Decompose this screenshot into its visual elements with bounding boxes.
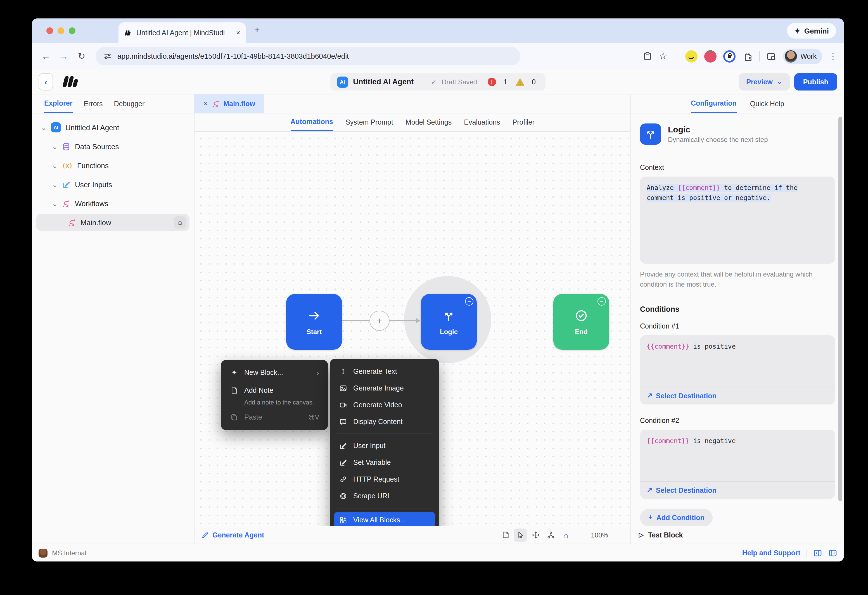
zoom-in-button[interactable] xyxy=(611,528,625,542)
database-icon xyxy=(62,142,71,150)
bookmark-star-icon[interactable]: ☆ xyxy=(659,52,668,61)
menu-item-generate-video[interactable]: Generate Video xyxy=(334,397,435,414)
fullscreen-window-button[interactable] xyxy=(69,27,75,34)
file-tab-main-flow[interactable]: × Main.flow xyxy=(195,94,264,113)
tab-explorer[interactable]: Explorer xyxy=(44,94,72,113)
menu-item-user-input[interactable]: User Input xyxy=(334,437,435,454)
explorer-tree: ⌄ AI Untitled AI Agent ⌄ Data Sources ⌄ … xyxy=(32,113,194,231)
extension-strawberry-icon[interactable] xyxy=(704,50,716,62)
block-subtitle: Dynamically choose the next step xyxy=(668,136,768,144)
back-to-dashboard-button[interactable]: ‹ xyxy=(38,73,53,90)
tree-item-main-flow[interactable]: Main.flow ⌂ xyxy=(36,214,189,231)
error-badge-icon[interactable]: ! xyxy=(488,78,496,86)
workflow-icon xyxy=(68,218,76,227)
menu-item-paste[interactable]: Paste ⌘V xyxy=(225,409,323,426)
menu-item-scrape-url[interactable]: Scrape URL xyxy=(334,488,435,505)
clipboard-icon[interactable] xyxy=(643,52,652,61)
end-node[interactable]: − End xyxy=(553,294,609,350)
condition-2-footer: ↗ Select Destination xyxy=(640,481,835,499)
select-destination-link[interactable]: ↗ Select Destination xyxy=(647,390,716,401)
toggle-left-panel-icon[interactable] xyxy=(828,548,837,557)
minimize-window-button[interactable] xyxy=(58,27,64,34)
extension-banana-icon[interactable] xyxy=(685,50,698,62)
layout-tool[interactable] xyxy=(544,528,558,542)
menu-item-http-request[interactable]: HTTP Request xyxy=(334,471,435,488)
condition-2-input[interactable]: {{comment}} is negative ↗ Select Destina… xyxy=(640,430,835,499)
menu-item-set-variable[interactable]: Set Variable xyxy=(334,454,435,471)
zoom-out-button[interactable] xyxy=(574,528,588,542)
menu-item-add-note[interactable]: Add Note xyxy=(225,382,323,399)
minus-icon: − xyxy=(600,298,604,305)
menu-item-display-content[interactable]: Display Content xyxy=(334,414,435,430)
back-icon[interactable]: ← xyxy=(38,52,53,60)
tab-quick-help[interactable]: Quick Help xyxy=(750,94,784,113)
chevron-down-icon[interactable]: ⌄ xyxy=(52,143,58,150)
test-block-button[interactable]: ▷ Test Block xyxy=(631,526,844,543)
chevron-down-icon[interactable]: ⌄ xyxy=(52,181,58,188)
tab-model-settings[interactable]: Model Settings xyxy=(406,113,452,131)
tree-item-user-inputs[interactable]: ⌄ User Inputs xyxy=(32,175,194,194)
forward-icon[interactable]: → xyxy=(56,52,71,60)
workspace-name[interactable]: MS Internal xyxy=(52,549,86,557)
workspace-avatar[interactable] xyxy=(38,548,47,557)
start-node[interactable]: Start xyxy=(286,294,342,350)
site-settings-icon[interactable] xyxy=(103,52,112,60)
agent-title[interactable]: Untitled AI Agent xyxy=(353,78,413,86)
menu-item-generate-text[interactable]: Generate Text xyxy=(334,363,435,380)
pan-tool[interactable] xyxy=(529,528,542,542)
browser-menu-icon[interactable]: ⋮ xyxy=(829,52,837,60)
tree-item-root[interactable]: ⌄ AI Untitled AI Agent xyxy=(32,118,194,137)
tree-item-workflows[interactable]: ⌄ Workflows xyxy=(32,194,194,213)
tab-errors[interactable]: Errors xyxy=(84,94,103,113)
chevron-down-icon[interactable]: ⌄ xyxy=(52,200,58,207)
select-destination-link[interactable]: ↗ Select Destination xyxy=(647,485,716,496)
config-scrollbar[interactable] xyxy=(838,117,842,501)
tab-search-icon[interactable] xyxy=(766,51,776,61)
add-note-tool[interactable] xyxy=(499,528,512,542)
profile-avatar xyxy=(785,50,797,62)
browser-tab[interactable]: Untitled AI Agent | MindStudi × xyxy=(118,22,246,43)
menu-item-generate-image[interactable]: Generate Image xyxy=(334,380,435,397)
browser-window: Untitled AI Agent | MindStudi × + ✦ Gemi… xyxy=(32,18,844,561)
logic-node[interactable]: − Logic xyxy=(421,294,477,350)
collapse-node-icon[interactable]: − xyxy=(598,297,606,306)
workflow-canvas[interactable]: + Start − Logic − End xyxy=(195,132,630,526)
condition-1-input[interactable]: {{comment}} is positive ↗ Select Destina… xyxy=(640,335,835,405)
tab-debugger[interactable]: Debugger xyxy=(114,94,145,113)
generate-agent-button[interactable]: Generate Agent xyxy=(201,531,264,539)
warning-badge-icon[interactable]: ! xyxy=(515,78,524,86)
reload-icon[interactable]: ↻ xyxy=(74,52,89,60)
address-bar[interactable]: app.mindstudio.ai/agents/e150df71-10f1-4… xyxy=(96,47,520,65)
publish-button[interactable]: Publish xyxy=(794,73,837,90)
menu-item-view-all-blocks[interactable]: View All Blocks... xyxy=(334,512,435,526)
tab-close-icon[interactable]: × xyxy=(236,29,240,36)
home-flow-button[interactable]: ⌂ xyxy=(174,216,186,228)
zoom-level[interactable]: 100% xyxy=(591,531,608,539)
tab-evaluations[interactable]: Evaluations xyxy=(464,113,500,131)
extension-password-icon[interactable] xyxy=(723,50,735,62)
chevron-down-icon[interactable]: ⌄ xyxy=(52,162,58,169)
tree-item-functions[interactable]: ⌄ (x) Functions xyxy=(32,156,194,175)
context-input[interactable]: Analyze {{comment}} to determine if the … xyxy=(640,177,835,264)
new-tab-button[interactable]: + xyxy=(254,25,260,35)
toggle-right-panel-icon[interactable] xyxy=(813,548,822,557)
fit-view-tool[interactable]: ⌂ xyxy=(559,528,573,542)
gemini-button[interactable]: ✦ Gemini xyxy=(787,23,836,38)
close-icon[interactable]: × xyxy=(204,100,208,107)
close-window-button[interactable] xyxy=(46,27,53,34)
extensions-puzzle-icon[interactable] xyxy=(742,51,752,61)
preview-button[interactable]: Preview ⌄ xyxy=(739,73,790,90)
tree-item-data-sources[interactable]: ⌄ Data Sources xyxy=(32,137,194,156)
tab-system-prompt[interactable]: System Prompt xyxy=(345,113,393,131)
insert-block-button[interactable]: + xyxy=(369,311,390,331)
tab-automations[interactable]: Automations xyxy=(290,113,333,131)
collapse-node-icon[interactable]: − xyxy=(465,297,474,306)
select-tool[interactable] xyxy=(514,528,527,542)
add-condition-button[interactable]: + Add Condition xyxy=(640,509,713,526)
tab-configuration[interactable]: Configuration xyxy=(691,94,737,113)
tab-profiler[interactable]: Profiler xyxy=(512,113,534,131)
chevron-down-icon[interactable]: ⌄ xyxy=(41,124,46,131)
menu-item-new-block[interactable]: ✦ New Block... › xyxy=(225,364,323,381)
help-and-support-link[interactable]: Help and Support xyxy=(742,549,800,557)
browser-profile-chip[interactable]: Work xyxy=(783,48,822,64)
